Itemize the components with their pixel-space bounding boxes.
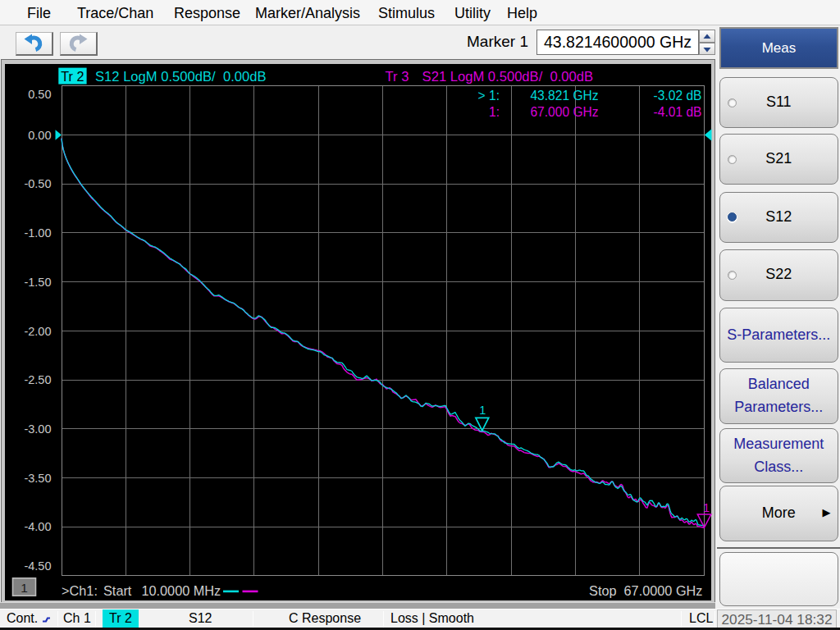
svg-text:-3.50: -3.50	[24, 472, 51, 485]
svg-text:-3.02 dB: -3.02 dB	[654, 89, 702, 103]
svg-text:67.000 GHz: 67.000 GHz	[530, 105, 598, 119]
svg-text:Start: Start	[103, 583, 132, 598]
svg-text:Stop 67.0000 GHz: Stop 67.0000 GHz	[589, 583, 702, 598]
svg-text:10.0000 MHz: 10.0000 MHz	[141, 583, 221, 598]
svg-text:Tr 3: Tr 3	[386, 69, 409, 84]
svg-text:-0.50: -0.50	[24, 177, 51, 190]
svg-text:1: 1	[479, 404, 486, 417]
svg-text:1:: 1:	[489, 105, 500, 119]
svg-text:-2.00: -2.00	[24, 325, 51, 338]
svg-text:-2.50: -2.50	[24, 373, 51, 386]
svg-text:1: 1	[21, 581, 28, 595]
svg-text:-1.00: -1.00	[24, 226, 51, 240]
svg-text:-1.50: -1.50	[24, 276, 51, 289]
svg-text:-4.01 dB: -4.01 dB	[654, 105, 702, 119]
svg-text:43.821 GHz: 43.821 GHz	[530, 89, 598, 103]
svg-text:-4.50: -4.50	[24, 559, 51, 573]
svg-text:0.00: 0.00	[28, 129, 51, 142]
svg-text:-4.00: -4.00	[24, 520, 51, 533]
svg-text:> 1:: > 1:	[478, 89, 500, 103]
svg-text:S21 LogM 0.500dB/ 0.00dB: S21 LogM 0.500dB/ 0.00dB	[422, 69, 594, 84]
svg-text:0.50: 0.50	[28, 88, 51, 101]
svg-text:>Ch1:: >Ch1:	[62, 583, 98, 598]
svg-text:-3.00: -3.00	[24, 422, 51, 436]
svg-text:S12 LogM 0.500dB/ 0.00dB: S12 LogM 0.500dB/ 0.00dB	[95, 69, 267, 84]
svg-text:1: 1	[703, 501, 710, 514]
svg-text:Tr 2: Tr 2	[61, 69, 84, 84]
